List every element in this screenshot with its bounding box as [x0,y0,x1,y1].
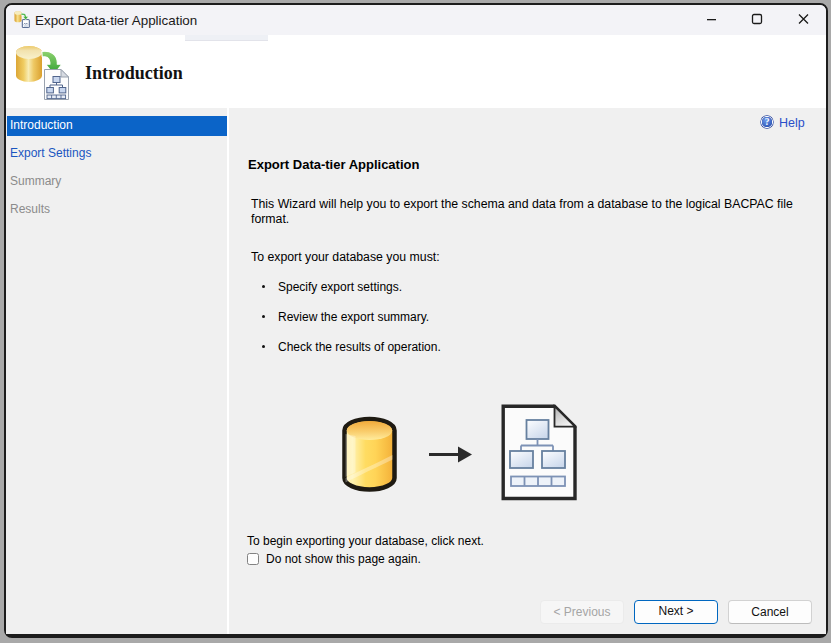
svg-text:?: ? [765,117,770,127]
